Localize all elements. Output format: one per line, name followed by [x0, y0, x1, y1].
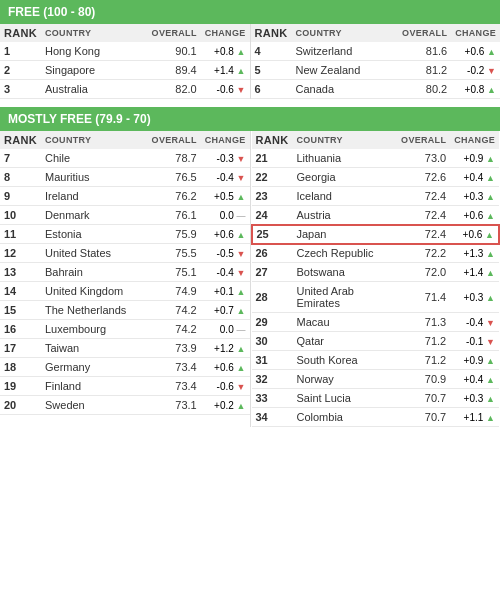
- rank-cell: 19: [0, 377, 41, 396]
- col-rank: RANK: [251, 24, 292, 42]
- country-cell: Hong Kong: [41, 42, 148, 61]
- change-cell: +0.6 ▲: [450, 206, 499, 225]
- overall-cell: 90.1: [148, 42, 201, 61]
- country-cell: Norway: [292, 370, 397, 389]
- rank-cell: 17: [0, 339, 41, 358]
- table-row: 16 Luxembourg 74.2 0.0 —: [0, 320, 250, 339]
- change-cell: 0.0 —: [201, 206, 250, 225]
- overall-cell: 73.9: [148, 339, 201, 358]
- col-change: CHANGE: [201, 24, 250, 42]
- col-overall: OVERALL: [148, 131, 201, 149]
- arrow-up-icon: ▲: [237, 47, 246, 57]
- rank-cell: 24: [252, 206, 293, 225]
- rank-cell: 33: [252, 389, 293, 408]
- change-cell: +0.6 ▲: [450, 225, 499, 244]
- country-cell: United States: [41, 244, 148, 263]
- change-cell: +0.5 ▲: [201, 187, 250, 206]
- arrow-down-icon: ▼: [237, 382, 246, 392]
- rank-cell: 29: [252, 313, 293, 332]
- arrow-neutral-icon: —: [237, 211, 246, 221]
- arrow-up-icon: ▲: [237, 401, 246, 411]
- change-cell: -0.5 ▼: [201, 244, 250, 263]
- change-cell: +0.6 ▲: [451, 42, 500, 61]
- country-cell: The Netherlands: [41, 301, 148, 320]
- overall-cell: 78.7: [148, 149, 201, 168]
- rank-cell: 20: [0, 396, 41, 415]
- table-row: 6 Canada 80.2 +0.8 ▲: [251, 80, 501, 99]
- change-cell: +0.2 ▲: [201, 396, 250, 415]
- section-header-free: FREE (100 - 80): [0, 0, 500, 24]
- country-cell: Czech Republic: [292, 244, 397, 263]
- table-row: 27 Botswana 72.0 +1.4 ▲: [252, 263, 500, 282]
- overall-cell: 70.7: [397, 389, 450, 408]
- arrow-down-icon: ▼: [237, 85, 246, 95]
- overall-cell: 73.4: [148, 358, 201, 377]
- overall-cell: 71.4: [397, 282, 450, 313]
- country-cell: Macau: [292, 313, 397, 332]
- change-cell: -0.6 ▼: [201, 377, 250, 396]
- change-cell: -0.4 ▼: [201, 263, 250, 282]
- table-row: 32 Norway 70.9 +0.4 ▲: [252, 370, 500, 389]
- table-row: 7 Chile 78.7 -0.3 ▼: [0, 149, 250, 168]
- arrow-up-icon: ▲: [487, 85, 496, 95]
- arrow-up-icon: ▲: [486, 211, 495, 221]
- table-row: 11 Estonia 75.9 +0.6 ▲: [0, 225, 250, 244]
- arrow-up-icon: ▲: [487, 47, 496, 57]
- country-cell: Ireland: [41, 187, 148, 206]
- col-country: COUNTRY: [292, 131, 397, 149]
- col-overall: OVERALL: [398, 24, 451, 42]
- table-row: 17 Taiwan 73.9 +1.2 ▲: [0, 339, 250, 358]
- overall-cell: 82.0: [148, 80, 201, 99]
- change-cell: +0.3 ▲: [450, 282, 499, 313]
- overall-cell: 81.2: [398, 61, 451, 80]
- table-row: 14 United Kingdom 74.9 +0.1 ▲: [0, 282, 250, 301]
- rank-cell: 25: [252, 225, 293, 244]
- table-row: 28 United Arab Emirates 71.4 +0.3 ▲: [252, 282, 500, 313]
- change-cell: +1.1 ▲: [450, 408, 499, 427]
- arrow-up-icon: ▲: [237, 344, 246, 354]
- overall-cell: 72.2: [397, 244, 450, 263]
- overall-cell: 72.4: [397, 225, 450, 244]
- country-cell: Taiwan: [41, 339, 148, 358]
- table-row: 10 Denmark 76.1 0.0 —: [0, 206, 250, 225]
- rank-cell: 2: [0, 61, 41, 80]
- rank-cell: 28: [252, 282, 293, 313]
- country-cell: Saint Lucia: [292, 389, 397, 408]
- change-cell: +0.6 ▲: [201, 225, 250, 244]
- arrow-down-icon: ▼: [486, 337, 495, 347]
- rank-cell: 34: [252, 408, 293, 427]
- table-row: 3 Australia 82.0 -0.6 ▼: [0, 80, 250, 99]
- change-cell: +1.4 ▲: [201, 61, 250, 80]
- change-cell: -0.1 ▼: [450, 332, 499, 351]
- rank-cell: 30: [252, 332, 293, 351]
- col-country: COUNTRY: [41, 131, 148, 149]
- change-cell: +0.3 ▲: [450, 187, 499, 206]
- rank-cell: 23: [252, 187, 293, 206]
- rank-cell: 32: [252, 370, 293, 389]
- overall-cell: 72.0: [397, 263, 450, 282]
- table-row: 21 Lithuania 73.0 +0.9 ▲: [252, 149, 500, 168]
- app-container: FREE (100 - 80) RANK COUNTRY OVERALL CHA…: [0, 0, 500, 427]
- section-header-mostly-free: MOSTLY FREE (79.9 - 70): [0, 107, 500, 131]
- country-cell: United Kingdom: [41, 282, 148, 301]
- table-row: 23 Iceland 72.4 +0.3 ▲: [252, 187, 500, 206]
- arrow-down-icon: ▼: [487, 66, 496, 76]
- col-overall: OVERALL: [148, 24, 201, 42]
- change-cell: +0.8 ▲: [201, 42, 250, 61]
- rank-cell: 11: [0, 225, 41, 244]
- arrow-up-icon: ▲: [486, 192, 495, 202]
- table-row: 22 Georgia 72.6 +0.4 ▲: [252, 168, 500, 187]
- change-cell: -0.2 ▼: [451, 61, 500, 80]
- country-cell: Finland: [41, 377, 148, 396]
- table-row: 13 Bahrain 75.1 -0.4 ▼: [0, 263, 250, 282]
- table-row: 30 Qatar 71.2 -0.1 ▼: [252, 332, 500, 351]
- arrow-up-icon: ▲: [486, 413, 495, 423]
- table-row: 12 United States 75.5 -0.5 ▼: [0, 244, 250, 263]
- right-table-free: RANK COUNTRY OVERALL CHANGE 4 Switzerlan…: [251, 24, 501, 99]
- overall-cell: 73.0: [397, 149, 450, 168]
- table-row: 1 Hong Kong 90.1 +0.8 ▲: [0, 42, 250, 61]
- overall-cell: 73.4: [148, 377, 201, 396]
- arrow-up-icon: ▲: [237, 66, 246, 76]
- change-cell: +0.9 ▲: [450, 149, 499, 168]
- country-cell: Lithuania: [292, 149, 397, 168]
